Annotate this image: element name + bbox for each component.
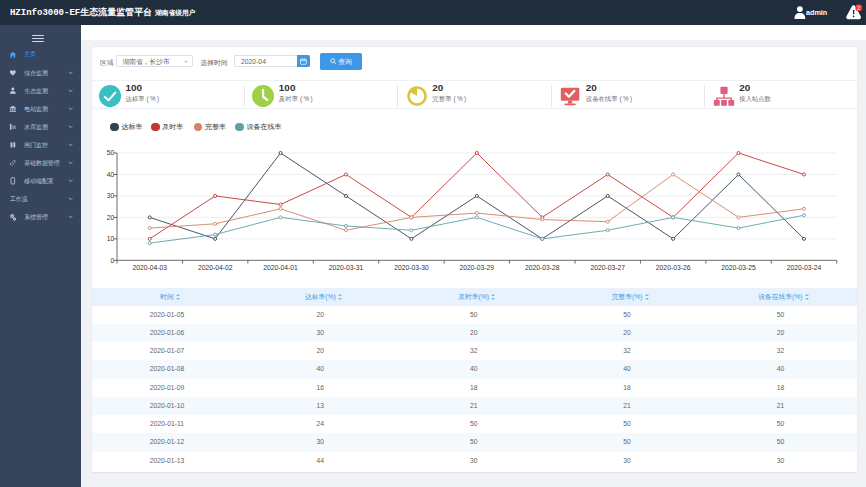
svg-text:2020-03-28: 2020-03-28 — [525, 264, 560, 271]
svg-text:2020-04-03: 2020-04-03 — [132, 264, 167, 271]
svg-text:2020-03-24: 2020-03-24 — [787, 264, 822, 271]
svg-text:2020-04-02: 2020-04-02 — [198, 264, 233, 271]
svg-text:2020-03-26: 2020-03-26 — [656, 264, 691, 271]
svg-text:2: 2 — [857, 4, 860, 10]
svg-text:20: 20 — [107, 214, 115, 221]
svg-text:10: 10 — [107, 235, 115, 242]
svg-text:2020-03-31: 2020-03-31 — [329, 264, 364, 271]
svg-text:2020-03-27: 2020-03-27 — [590, 264, 625, 271]
svg-text:50: 50 — [107, 149, 115, 156]
svg-text:2020-03-30: 2020-03-30 — [394, 264, 429, 271]
svg-text:30: 30 — [107, 192, 115, 199]
svg-text:2020-03-29: 2020-03-29 — [460, 264, 495, 271]
svg-text:40: 40 — [107, 171, 115, 178]
svg-text:2020-03-25: 2020-03-25 — [721, 264, 756, 271]
svg-text:2020-04-01: 2020-04-01 — [263, 264, 298, 271]
svg-text:0: 0 — [111, 257, 115, 264]
